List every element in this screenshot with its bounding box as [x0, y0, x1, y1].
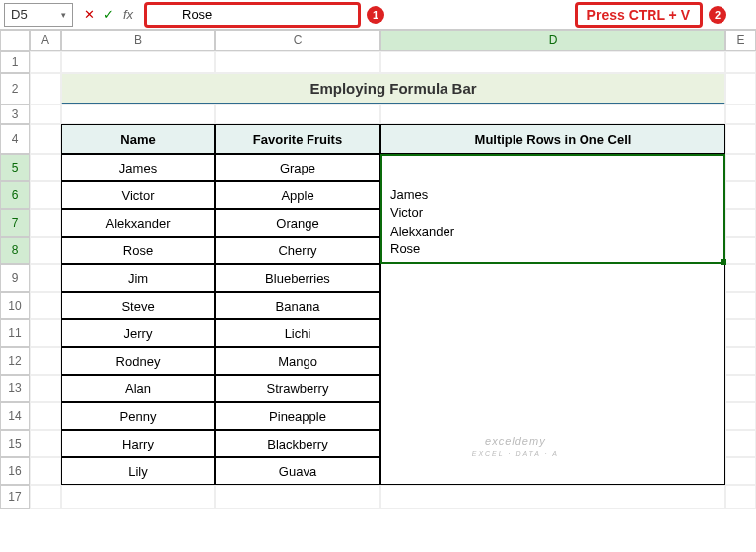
- cell[interactable]: [30, 402, 61, 430]
- cell[interactable]: [30, 73, 61, 104]
- table-cell-name[interactable]: Jim: [61, 264, 215, 292]
- cell[interactable]: [30, 485, 61, 509]
- table-cell-fruit[interactable]: Blueberries: [215, 264, 380, 292]
- col-header-a[interactable]: A: [30, 30, 61, 51]
- cell[interactable]: [215, 51, 380, 73]
- cell[interactable]: [30, 124, 61, 154]
- table-cell-name[interactable]: Jerry: [61, 319, 215, 347]
- row-header-15[interactable]: 15: [0, 430, 30, 457]
- cell[interactable]: [30, 292, 61, 319]
- merged-multi-cell[interactable]: James Victor Alekxander Rose: [380, 154, 725, 264]
- table-cell-fruit[interactable]: Blackberry: [215, 430, 380, 457]
- table-cell-fruit[interactable]: Grape: [215, 154, 380, 181]
- cell[interactable]: [30, 209, 61, 237]
- col-header-c[interactable]: C: [215, 30, 380, 51]
- cell[interactable]: [30, 51, 61, 73]
- table-cell-name[interactable]: Steve: [61, 292, 215, 319]
- cell[interactable]: [725, 124, 756, 154]
- row-header-9[interactable]: 9: [0, 264, 30, 292]
- row-header-12[interactable]: 12: [0, 347, 30, 375]
- empty-d-cell[interactable]: [380, 264, 725, 292]
- cell[interactable]: [725, 402, 756, 430]
- spreadsheet-grid[interactable]: A B C D E 1 2 Employing Formula Bar 3 4 …: [0, 30, 756, 509]
- row-header-17[interactable]: 17: [0, 485, 30, 509]
- table-cell-name[interactable]: Rose: [61, 237, 215, 264]
- cell[interactable]: [30, 154, 61, 181]
- table-cell-fruit[interactable]: Apple: [215, 181, 380, 209]
- row-header-5[interactable]: 5: [0, 154, 30, 181]
- col-header-d[interactable]: D: [380, 30, 725, 51]
- header-fruit[interactable]: Favorite Fruits: [215, 124, 380, 154]
- empty-d-cell[interactable]: [380, 319, 725, 347]
- cell[interactable]: [725, 485, 756, 509]
- cell[interactable]: [30, 104, 61, 124]
- empty-d-cell[interactable]: [380, 375, 725, 402]
- cell[interactable]: [30, 264, 61, 292]
- row-header-16[interactable]: 16: [0, 457, 30, 485]
- formula-input[interactable]: [182, 7, 352, 22]
- table-cell-name[interactable]: Harry: [61, 430, 215, 457]
- corner-cell[interactable]: [0, 30, 30, 51]
- cell[interactable]: [725, 73, 756, 104]
- table-cell-fruit[interactable]: Mango: [215, 347, 380, 375]
- row-header-4[interactable]: 4: [0, 124, 30, 154]
- chevron-down-icon[interactable]: ▾: [61, 10, 66, 20]
- cell[interactable]: [61, 104, 215, 124]
- header-multi[interactable]: Multiple Rows in One Cell: [380, 124, 725, 154]
- cell[interactable]: [30, 181, 61, 209]
- cancel-icon[interactable]: ✕: [81, 7, 97, 23]
- cell[interactable]: [30, 430, 61, 457]
- table-cell-fruit[interactable]: Cherry: [215, 237, 380, 264]
- row-header-2[interactable]: 2: [0, 73, 30, 104]
- row-header-7[interactable]: 7: [0, 209, 30, 237]
- row-header-13[interactable]: 13: [0, 375, 30, 402]
- cell[interactable]: [725, 319, 756, 347]
- cell[interactable]: [725, 209, 756, 237]
- cell[interactable]: [61, 51, 215, 73]
- cell[interactable]: [380, 104, 725, 124]
- table-cell-fruit[interactable]: Strawberry: [215, 375, 380, 402]
- empty-d-cell[interactable]: [380, 457, 725, 485]
- row-header-10[interactable]: 10: [0, 292, 30, 319]
- cell[interactable]: [725, 51, 756, 73]
- cell[interactable]: [725, 104, 756, 124]
- table-cell-name[interactable]: Victor: [61, 181, 215, 209]
- cell[interactable]: [725, 375, 756, 402]
- fx-icon[interactable]: fx: [120, 7, 136, 23]
- table-cell-fruit[interactable]: Pineapple: [215, 402, 380, 430]
- enter-icon[interactable]: ✓: [101, 7, 116, 23]
- cell[interactable]: [30, 375, 61, 402]
- header-name[interactable]: Name: [61, 124, 215, 154]
- cell[interactable]: [30, 347, 61, 375]
- table-cell-name[interactable]: Alan: [61, 375, 215, 402]
- name-box[interactable]: D5 ▾: [4, 3, 73, 27]
- cell[interactable]: [725, 237, 756, 264]
- cell[interactable]: [725, 457, 756, 485]
- table-cell-fruit[interactable]: Banana: [215, 292, 380, 319]
- cell[interactable]: [30, 319, 61, 347]
- col-header-e[interactable]: E: [725, 30, 756, 51]
- cell[interactable]: [725, 347, 756, 375]
- table-cell-name[interactable]: Rodney: [61, 347, 215, 375]
- title-cell[interactable]: Employing Formula Bar: [61, 73, 725, 104]
- cell[interactable]: [725, 292, 756, 319]
- col-header-b[interactable]: B: [61, 30, 215, 51]
- empty-d-cell[interactable]: [380, 347, 725, 375]
- cell[interactable]: [215, 104, 380, 124]
- cell[interactable]: [30, 237, 61, 264]
- table-cell-name[interactable]: Penny: [61, 402, 215, 430]
- cell[interactable]: [380, 485, 725, 509]
- row-header-14[interactable]: 14: [0, 402, 30, 430]
- row-header-1[interactable]: 1: [0, 51, 30, 73]
- table-cell-name[interactable]: Lily: [61, 457, 215, 485]
- cell[interactable]: [725, 154, 756, 181]
- cell[interactable]: [725, 264, 756, 292]
- cell[interactable]: [30, 457, 61, 485]
- cell[interactable]: [725, 181, 756, 209]
- row-header-11[interactable]: 11: [0, 319, 30, 347]
- row-header-6[interactable]: 6: [0, 181, 30, 209]
- cell[interactable]: [725, 430, 756, 457]
- cell[interactable]: [380, 51, 725, 73]
- cell[interactable]: [61, 485, 215, 509]
- table-cell-fruit[interactable]: Guava: [215, 457, 380, 485]
